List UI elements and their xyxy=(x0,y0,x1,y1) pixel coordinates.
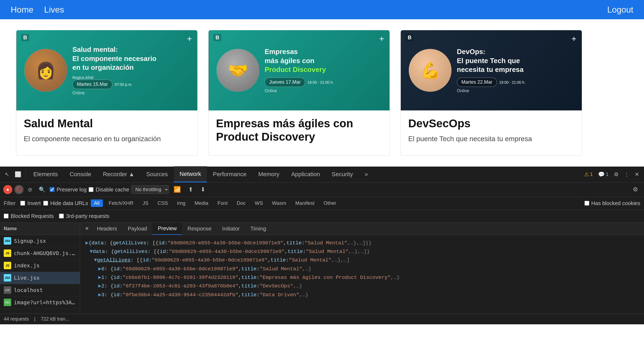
json-line-6: ▶ 2 : { id : "6f27f4be-2053-4c01-a203-43… xyxy=(85,282,639,290)
json-expand-7[interactable]: ▶ xyxy=(98,291,101,299)
device-toggle-icon[interactable]: ⬜ xyxy=(12,170,24,179)
preview-close-icon[interactable]: ✕ xyxy=(82,225,92,233)
card-2-overlay: Empresas más ágiles con Product Discover… xyxy=(265,47,382,93)
preview-tab-payload[interactable]: Payload xyxy=(123,223,152,235)
card-3-content: B + 💪 DevOps: El puente Tech que necesit… xyxy=(401,30,582,110)
card-2[interactable]: B + 🤝 Empresas más ágiles con Product Di… xyxy=(208,30,390,156)
preview-tab-headers[interactable]: Headers xyxy=(92,223,123,235)
file-item-3[interactable]: JSX Live.jsx xyxy=(0,272,80,284)
json-key-getalllives[interactable]: getAllLives xyxy=(97,256,130,264)
upload-icon[interactable]: ⬆ xyxy=(186,185,196,194)
filter-type-wasm[interactable]: Wasm xyxy=(269,199,289,207)
json-line-3: ▼ getAllLives : [{ id : "69d80629-e055-4… xyxy=(85,256,639,264)
preserve-log-label[interactable]: Preserve log xyxy=(50,187,87,193)
filter-type-js[interactable]: JS xyxy=(139,199,152,207)
tab-more[interactable]: » xyxy=(359,166,374,182)
filter-type-other[interactable]: Other xyxy=(320,199,340,207)
cursor-icon[interactable]: ↖ xyxy=(2,170,12,179)
filter-type-media[interactable]: Media xyxy=(191,199,212,207)
filter-type-doc[interactable]: Doc xyxy=(233,199,249,207)
filter-type-img[interactable]: Img xyxy=(174,199,189,207)
third-party-checkbox[interactable] xyxy=(59,214,64,218)
filter-icon[interactable]: ⊘ xyxy=(26,185,34,194)
card-1-avatar: 👩 xyxy=(24,49,67,92)
blocked-requests-text: Blocked Requests xyxy=(11,213,54,219)
preview-tab-response[interactable]: Response xyxy=(182,223,217,235)
hide-data-urls-label[interactable]: Hide data URLs xyxy=(43,200,88,206)
warn-badge[interactable]: ⚠ 1 xyxy=(582,170,595,179)
file-item-4[interactable]: LOC localhost xyxy=(0,284,80,296)
json-line-5: ▶ 1 : { id : "cb6e87b1-8096-4c7c-9281-39… xyxy=(85,273,639,282)
json-expand-4[interactable]: ▶ xyxy=(98,265,101,273)
card-2-plus[interactable]: + xyxy=(379,34,384,44)
filter-type-font[interactable]: Font xyxy=(214,199,231,207)
nav-home[interactable]: Home xyxy=(11,5,33,15)
json-expand-2[interactable]: ▼ xyxy=(90,247,93,256)
disable-cache-checkbox[interactable] xyxy=(89,187,93,192)
json-expand-5[interactable]: ▶ xyxy=(98,273,101,282)
info-icon: 💬 xyxy=(598,171,605,178)
card-3-title: DevSecOps xyxy=(408,117,574,130)
tab-memory[interactable]: Memory xyxy=(252,166,285,182)
invert-label[interactable]: Invert xyxy=(20,200,41,206)
tab-console[interactable]: Console xyxy=(64,166,97,182)
devtools-toolbar: ● 🚫 ⊘ 🔍 Preserve log Disable cache No th… xyxy=(0,183,644,197)
stop-button[interactable]: 🚫 xyxy=(14,185,23,194)
card-3-plus[interactable]: + xyxy=(571,34,576,44)
nav-logout[interactable]: Logout xyxy=(607,5,633,15)
json-expand-6[interactable]: ▶ xyxy=(98,282,101,290)
warn-icon: ⚠ xyxy=(584,171,589,178)
hide-data-urls-checkbox[interactable] xyxy=(43,201,48,206)
card-2-time: 19:00 - 21:00 h. xyxy=(308,80,334,84)
card-1[interactable]: B + 👩 Salud mental: El componente necesa… xyxy=(16,30,198,156)
filter-type-css[interactable]: CSS xyxy=(154,199,171,207)
filter-type-all[interactable]: All xyxy=(91,199,103,207)
info-badge[interactable]: 💬 1 xyxy=(595,170,611,179)
more-options-icon[interactable]: ⋮ xyxy=(621,170,632,179)
card-3[interactable]: B + 💪 DevOps: El puente Tech que necesit… xyxy=(400,30,582,156)
invert-checkbox[interactable] xyxy=(20,201,25,206)
devtools-tab-bar: ↖ ⬜ Elements Console Recorder ▲ Sources … xyxy=(0,167,644,183)
tab-security[interactable]: Security xyxy=(326,166,359,182)
has-blocked-cookies-checkbox[interactable] xyxy=(584,201,589,206)
tab-application[interactable]: Application xyxy=(285,166,326,182)
filter-type-manifest[interactable]: Manifest xyxy=(292,199,318,207)
nav-lives[interactable]: Lives xyxy=(44,5,64,15)
record-button[interactable]: ● xyxy=(3,185,12,194)
file-item-2[interactable]: JS index.js xyxy=(0,260,80,272)
tab-recorder[interactable]: Recorder ▲ xyxy=(97,166,140,182)
preview-tab-timing[interactable]: Timing xyxy=(245,223,272,235)
third-party-label[interactable]: 3rd-party requests xyxy=(59,213,109,219)
tab-network[interactable]: Network xyxy=(174,166,207,182)
json-expand-3[interactable]: ▼ xyxy=(94,256,97,264)
settings-icon[interactable]: ⚙ xyxy=(611,170,621,179)
file-item-5[interactable]: IMG image?url=https%3A... xyxy=(0,296,80,309)
preview-tab-initiator[interactable]: Initiator xyxy=(217,223,245,235)
wifi-icon[interactable]: 📶 xyxy=(171,185,183,194)
card-1-plus[interactable]: + xyxy=(187,34,192,44)
filter-type-fetch[interactable]: Fetch/XHR xyxy=(105,199,137,207)
search-icon[interactable]: 🔍 xyxy=(37,185,48,194)
filter-type-ws[interactable]: WS xyxy=(252,199,266,207)
preserve-log-checkbox[interactable] xyxy=(50,187,54,192)
tab-elements[interactable]: Elements xyxy=(28,166,64,182)
preview-tab-preview[interactable]: Preview xyxy=(152,223,182,235)
tab-sources[interactable]: Sources xyxy=(140,166,174,182)
has-blocked-cookies-label[interactable]: Has blocked cookies xyxy=(584,200,640,206)
blocked-requests-checkbox[interactable] xyxy=(4,214,9,218)
json-expand-1[interactable]: ▶ xyxy=(85,239,88,247)
tab-performance[interactable]: Performance xyxy=(207,166,252,182)
blocked-requests-label[interactable]: Blocked Requests xyxy=(4,213,54,219)
card-3-brand: B xyxy=(406,34,414,41)
file-item-0[interactable]: JSX Signup.jsx xyxy=(0,235,80,247)
status-transferred: 722 kB tran... xyxy=(41,316,69,322)
toolbar-settings-icon[interactable]: ⚙ xyxy=(630,185,641,194)
filter-label: Filter xyxy=(4,200,15,206)
card-3-image: B + 💪 DevOps: El puente Tech que necesit… xyxy=(401,30,582,110)
close-devtools-icon[interactable]: ✕ xyxy=(632,170,642,179)
devtools-subfilter-bar: Blocked Requests 3rd-party requests xyxy=(0,210,644,223)
disable-cache-label[interactable]: Disable cache xyxy=(89,187,129,193)
download-icon[interactable]: ⬇ xyxy=(198,185,208,194)
throttling-select[interactable]: No throttling xyxy=(131,185,169,194)
file-item-1[interactable]: JS chunk-AHGUQ6VO.js... xyxy=(0,247,80,260)
